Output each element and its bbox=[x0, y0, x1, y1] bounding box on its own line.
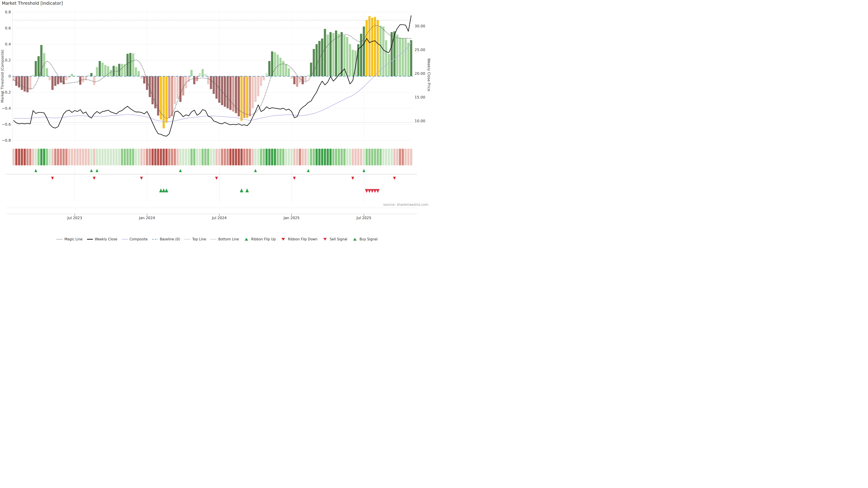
sell-signal-icon bbox=[373, 189, 377, 193]
ribbon-cell bbox=[141, 149, 143, 165]
threshold-bar bbox=[293, 76, 296, 85]
threshold-bar bbox=[179, 76, 182, 102]
ribbon-cell bbox=[410, 149, 412, 165]
threshold-bar bbox=[215, 76, 218, 99]
ribbon-cell bbox=[190, 149, 193, 165]
dashed-icon bbox=[152, 237, 158, 241]
ribbon-cell bbox=[188, 149, 190, 165]
threshold-bar bbox=[288, 68, 290, 76]
left-axis-tick-label: −0.8 bbox=[2, 138, 11, 142]
threshold-bar bbox=[226, 76, 229, 108]
threshold-bar bbox=[12, 76, 15, 81]
legend-item-label: Baseline (0) bbox=[160, 237, 180, 241]
threshold-bar bbox=[385, 40, 387, 76]
ribbon-cell bbox=[399, 149, 401, 165]
threshold-bar bbox=[168, 76, 170, 118]
left-axis-label: Market Threshold (Composite) bbox=[0, 42, 4, 110]
ribbon-cell bbox=[40, 149, 42, 165]
threshold-bar bbox=[160, 76, 162, 120]
legend-item-ribbon-flip-down: Ribbon Flip Down bbox=[280, 237, 318, 241]
threshold-bar bbox=[151, 76, 154, 104]
threshold-bar bbox=[341, 32, 343, 76]
ribbon-cell bbox=[60, 149, 62, 165]
ribbon-cell bbox=[305, 149, 307, 165]
threshold-bar bbox=[182, 76, 184, 96]
ribbon-cell bbox=[368, 149, 371, 165]
ribbon-cell bbox=[393, 149, 396, 165]
ribbon-cell bbox=[85, 149, 87, 165]
solid-thick-icon bbox=[87, 237, 93, 241]
threshold-bar bbox=[213, 76, 215, 94]
ribbon-cell bbox=[357, 149, 360, 165]
ribbon-flip-up-icon bbox=[254, 169, 257, 172]
threshold-bar bbox=[104, 65, 106, 76]
legend-item-label: Buy Signal bbox=[360, 237, 378, 241]
threshold-bar bbox=[18, 76, 20, 88]
ribbon-cell bbox=[37, 149, 40, 165]
ribbon-flip-down-icon bbox=[215, 177, 218, 180]
threshold-bar bbox=[96, 67, 98, 76]
threshold-bar bbox=[382, 26, 384, 76]
ribbon-cell bbox=[51, 149, 54, 165]
threshold-bar bbox=[129, 53, 131, 76]
threshold-bar bbox=[396, 35, 399, 76]
dotted-icon bbox=[211, 237, 217, 241]
ribbon-cell bbox=[288, 149, 290, 165]
threshold-bar bbox=[121, 64, 123, 76]
ribbon-cell bbox=[332, 149, 335, 165]
right-axis-tick-label: 15.00 bbox=[414, 95, 425, 99]
legend-item-bottom-line: Bottom Line bbox=[211, 237, 239, 241]
tri-down-icon bbox=[280, 237, 286, 241]
ribbon-cell bbox=[215, 149, 218, 165]
threshold-bar bbox=[174, 76, 176, 104]
ribbon-cell bbox=[29, 149, 31, 165]
ribbon-cell bbox=[329, 149, 332, 165]
x-axis-tick-label: Jul 2024 bbox=[212, 216, 227, 220]
threshold-bar bbox=[315, 44, 318, 76]
buy-signal-icon bbox=[245, 188, 249, 192]
ribbon-flip-up-icon bbox=[363, 169, 365, 172]
ribbon-cell bbox=[15, 149, 18, 165]
right-axis-label: Weekly Close Price bbox=[427, 50, 431, 100]
ribbon-flip-up-icon bbox=[90, 169, 93, 172]
ribbon-cell bbox=[93, 149, 95, 165]
ribbon-cell bbox=[213, 149, 215, 165]
threshold-bar bbox=[132, 53, 134, 76]
ribbon-cell bbox=[396, 149, 399, 165]
threshold-bar bbox=[243, 76, 246, 118]
threshold-bar bbox=[282, 61, 284, 76]
ribbon-cell bbox=[391, 149, 393, 165]
ribbon-cell bbox=[104, 149, 106, 165]
tri-up-icon bbox=[352, 237, 358, 241]
ribbon-cell bbox=[202, 149, 204, 165]
ribbon-flip-down-icon bbox=[351, 177, 354, 180]
legend-item-label: Bottom Line bbox=[218, 237, 239, 241]
threshold-bar bbox=[346, 37, 348, 76]
ribbon-cell bbox=[257, 149, 259, 165]
ribbon-cell bbox=[407, 149, 410, 165]
ribbon-cell bbox=[349, 149, 351, 165]
ribbon-cell bbox=[366, 149, 368, 165]
ribbon-cell bbox=[46, 149, 48, 165]
ribbon-cell bbox=[113, 149, 115, 165]
legend-item-top-line: Top Line bbox=[184, 237, 206, 241]
legend-item-label: Top Line bbox=[192, 237, 206, 241]
threshold-bar bbox=[60, 76, 62, 83]
threshold-bar bbox=[254, 76, 256, 102]
ribbon-flip-up-icon bbox=[96, 169, 98, 172]
threshold-bar bbox=[202, 69, 204, 76]
ribbon-cell bbox=[138, 149, 140, 165]
threshold-bar bbox=[263, 76, 265, 80]
threshold-bar bbox=[82, 76, 84, 83]
threshold-bar bbox=[368, 16, 371, 76]
ribbon-cell bbox=[174, 149, 176, 165]
ribbon-cell bbox=[279, 149, 282, 165]
ribbon-cell bbox=[18, 149, 20, 165]
left-axis-tick-label: 0.8 bbox=[5, 10, 11, 14]
left-axis-tick-label: 0 bbox=[8, 74, 11, 78]
ribbon-cell bbox=[168, 149, 170, 165]
threshold-bar bbox=[26, 76, 29, 92]
ribbon-cell bbox=[32, 149, 34, 165]
weekly-close-line bbox=[13, 15, 411, 136]
threshold-bar bbox=[327, 35, 329, 76]
